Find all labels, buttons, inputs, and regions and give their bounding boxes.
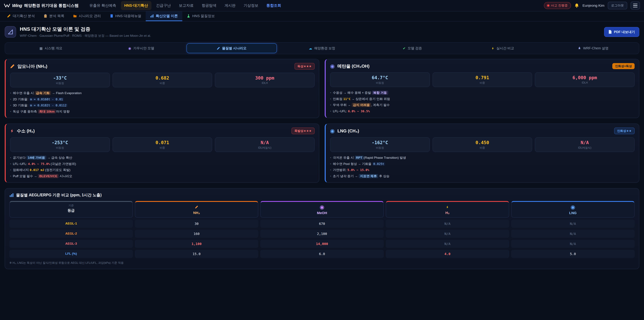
tab-label: WRF-Chem 설명 [583,46,608,51]
subtab-label: 확산모델 이론 [156,14,178,18]
pencil-icon [10,64,15,69]
logout-button[interactable]: 로그아웃 [608,2,627,10]
main-menu: 유출유 확산예측 HNS·대기확산 긴급구난 보고자료 항공탐색 게시판 기상정… [86,1,284,10]
card-title: LNG (CH₄) [338,128,359,134]
bullet: •공기보다 14배 가벼움 → 급속 상승 확산 [10,155,314,160]
menu-item-aerial-search[interactable]: 항공탐색 [198,1,220,10]
card-header: ◉ 메탄올 (CH₃OH) 인화성+독성 [330,63,634,69]
cell-aegl1-meoh: 670 [260,220,384,228]
stat-boiling-point: -33°C 비등점 [10,73,110,87]
bullet: •점화에너지 0.017 mJ (정전기로도 폭발) [10,168,314,172]
aegl-table: 기준 등급 NH₃ ◉ MeOH H₂ ◉ LNG AEGL-1 30 6 [10,201,634,258]
cell-aegl2-meoh: 2,100 [260,230,384,238]
cell-aegl2-h2: N/A [386,230,509,238]
cell-lfl-h2: 4.0 [386,250,509,258]
menu-item-integrated-search[interactable]: 통합조회 [263,1,284,10]
hazard-badge: 인화성+독성 [612,63,634,69]
hazard-badge: 독성★★★ [294,63,314,70]
tab-label: 물질별 시나리오 [222,46,246,51]
bullet: •수용성 → 해수 용해 + 증발 복합 거동 [330,91,634,95]
incident-status-badge[interactable]: 사고 진행중 [544,2,571,9]
hamburger-menu-button[interactable] [630,2,640,10]
pdf-export-label: PDF 내보내기 [614,30,635,34]
subtab-diffusion-model-theory[interactable]: 확산모델 이론 [146,12,182,21]
subtab-scenario-management[interactable]: 시나리오 관리 [69,12,105,21]
tab-label: 해양환경 보정 [314,46,335,51]
hazard-badge: 인화성★★ [614,128,634,134]
check-icon: ✔ [403,46,406,50]
brand-name: Wing [12,3,22,8]
subtab-hns-manual[interactable]: HNS 대응매뉴얼 [105,12,146,21]
cloud-icon: ☁ [309,46,312,50]
menu-item-rescue[interactable]: 긴급구난 [153,1,174,10]
cell-lfl-nh3: 15.0 [135,250,258,258]
bullet: •Puff 모델 필수 → BLEVE/VCE 시나리오 [10,174,314,179]
card-bullets: •수용성 → 해수 용해 + 증발 복합 거동 •인화점 11°C → 상온에서… [330,91,634,113]
flask-icon [187,14,190,18]
subtab-analysis-list[interactable]: 분석 목록 [39,12,69,21]
stat-boiling-point: -162°C 비등점 [330,137,430,152]
card-header: 수소 (H₂) 폭발성★★★ [10,128,314,134]
brand: Wing 해양환경 위기대응 통합시스템 [4,3,79,8]
menu-item-hns-diffusion[interactable]: HNS·대기확산 [121,1,152,10]
bullet: •3D 기화율: m = 0.0182t - 0.0112 [10,103,314,108]
cell-aegl2-lng: N/A [511,230,634,238]
bullet: •LFL~UFL: 4.0% ~ 75.0% (극넓은 가연범위) [10,162,314,166]
card-bullets: •공기보다 14배 가벼움 → 급속 상승 확산 •LFL~UFL: 4.0% … [10,155,314,178]
cell-aegl3-nh3: 1,100 [135,240,258,248]
subtab-label: 대기확산 분석 [13,14,35,18]
pdf-export-button[interactable]: PDF 내보내기 [604,27,639,37]
pencil-icon [7,14,11,18]
user-name: Eunjeong Kim [582,4,604,8]
pencil-icon [217,47,220,50]
tab-marine-correction[interactable]: ☁ 해양환경 보정 [277,43,367,53]
menu-item-weather[interactable]: 기상정보 [240,1,262,10]
bar-chart-icon [10,193,14,197]
cell-aegl3-lng: N/A [511,240,634,248]
incident-badge-label: 사고 진행중 [551,3,568,8]
notification-bell-icon[interactable] [574,3,579,8]
tab-label: 가우시안 모델 [133,46,154,51]
table-title-text: 물질별 AEGL/ERPG 기준 비교 (ppm, 1시간 노출) [16,192,102,198]
nav-right: 사고 진행중 Eunjeong Kim 로그아웃 [544,2,640,10]
rocket-icon [578,47,581,50]
stat-specific-gravity: 0.682 비중 [112,73,212,87]
molecule-icon: ◉ [513,204,633,210]
sphere-icon: ◉ [128,46,131,50]
lightning-icon [446,205,449,209]
tab-wrf-chem[interactable]: WRF-Chem 설명 [548,43,638,53]
tab-model-validation[interactable]: ✔ 모델 검증 [367,43,458,53]
row-label-aegl2: AEGL-2 [10,230,133,238]
tab-label: 모델 검증 [408,46,422,51]
stat-row: -162°C 비등점 0.450 비중 N/A IDLH(질식) [330,137,634,152]
table-title: 물질별 AEGL/ERPG 기준 비교 (ppm, 1시간 노출) [10,192,634,198]
menu-item-board[interactable]: 게시판 [221,1,239,10]
pulse-dot-icon [547,5,549,7]
bullet: •인화점 11°C → 상온에서 증기 인화 위험 [330,97,634,101]
subtab-hns-substance-info[interactable]: HNS 물질정보 [182,12,219,21]
bullet: •독성 구름 풍하측 최대 10km까지 영향 [10,109,314,114]
cell-aegl1-h2: N/A [386,220,509,228]
tab-label: 시스템 개요 [44,46,62,51]
card-header: ◉ LNG (CH₄) 인화성★★ [330,128,634,134]
cell-aegl3-h2: N/A [386,240,509,248]
menu-item-oil-spill[interactable]: 유출유 확산예측 [86,1,120,10]
tab-substance-scenarios[interactable]: 물질별 시나리오 [186,43,277,53]
stat-row: -33°C 비등점 0.682 비중 300 ppm IDLH [10,73,314,87]
page-header: HNS 대기확산 모델 이론 및 검증 WRF-Chem · Gaussian … [0,22,644,42]
stat-boiling-point: 64.7°C 비등점 [330,72,430,87]
stat-boiling-point: -253°C 비등점 [10,137,110,152]
row-label-aegl3: AEGL-3 [10,240,133,248]
col-header-h2: H₂ [386,201,509,218]
folder-icon [73,14,77,18]
bullet: •LFL~UFL: 6.0% ~ 36.5% [330,109,634,114]
stat-specific-gravity: 0.450 비중 [432,137,532,152]
stat-specific-gravity: 0.791 비중 [432,72,532,87]
row-label-lfl: LFL (%) [10,250,133,258]
page-header-text: HNS 대기확산 모델 이론 및 검증 WRF-Chem · Gaussian … [20,26,151,38]
tab-gaussian-model[interactable]: ◉ 가우시안 모델 [96,43,186,53]
tab-realtime-comparison[interactable]: 실시간 비교 [458,43,548,53]
tab-system-overview[interactable]: ▦ 시스템 개요 [6,43,96,53]
subtab-diffusion-analysis[interactable]: 대기확산 분석 [3,12,39,21]
menu-item-reports[interactable]: 보고자료 [176,1,197,10]
